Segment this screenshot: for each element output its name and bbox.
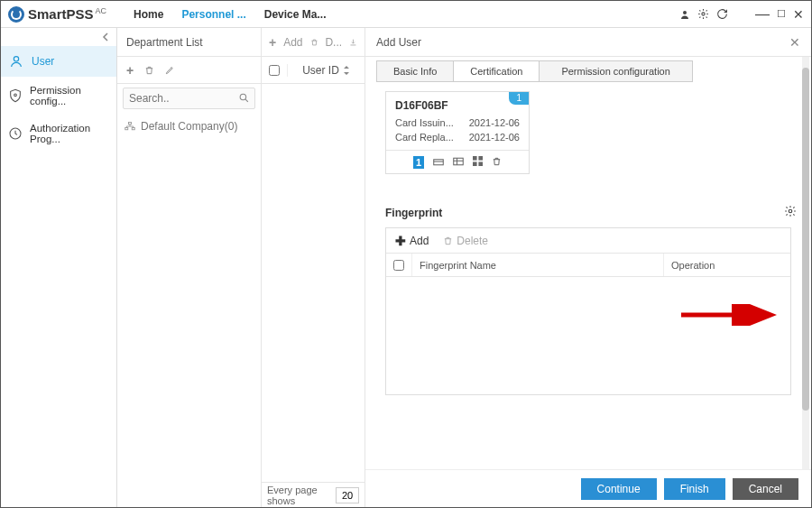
sidebar-item-authorization[interactable]: Authorization Prog...: [1, 115, 116, 152]
user-list-column: + Add D... User ID Every page shows: [262, 28, 365, 507]
dept-tree-root[interactable]: Default Company(0): [125, 120, 254, 133]
svg-point-5: [240, 94, 246, 100]
trash-icon: [443, 236, 453, 246]
title-bar: SmartPSSAC Home Personnel ... Device Ma.…: [1, 1, 811, 28]
user-icon[interactable]: [679, 9, 690, 20]
svg-rect-11: [473, 156, 477, 161]
left-sidebar: User Permission config... Authorization …: [1, 28, 117, 507]
cancel-button[interactable]: Cancel: [733, 478, 798, 500]
tab-basic-info[interactable]: Basic Info: [376, 60, 454, 82]
card-row2-label: Card Repla...: [395, 130, 454, 144]
chevron-left-icon: [102, 32, 109, 42]
card-action-2-icon[interactable]: [433, 157, 444, 168]
dept-tree-root-label: Default Company(0): [141, 120, 237, 133]
fingerprint-delete-button[interactable]: Delete: [443, 235, 488, 247]
search-icon[interactable]: [238, 92, 250, 106]
plus-icon: ✚: [395, 234, 406, 248]
card-badge: 1: [509, 92, 529, 105]
card-row1-label: Card Issuin...: [395, 115, 454, 130]
tab-certification[interactable]: Certification: [454, 60, 540, 82]
card-action-3-icon[interactable]: [453, 157, 464, 168]
user-table-footer: Every page shows: [262, 482, 364, 507]
card-id: D16F06BF: [395, 99, 520, 112]
footer-label: Every page shows: [267, 485, 330, 506]
user-col-userid-label: User ID: [302, 64, 339, 77]
panel-footer: Continue Finish Cancel: [365, 469, 811, 507]
fingerprint-add-button[interactable]: ✚ Add: [395, 234, 429, 248]
edit-dept-icon[interactable]: [165, 65, 175, 75]
delete-dept-icon[interactable]: [144, 65, 154, 76]
panel-content: 1 D16F06BF Card Issuin...2021-12-06 Card…: [365, 86, 811, 469]
finish-button[interactable]: Finish: [664, 478, 725, 500]
card-action-1[interactable]: 1: [413, 156, 424, 169]
add-user-icon[interactable]: +: [269, 35, 276, 50]
nav-personnel[interactable]: Personnel ...: [181, 8, 245, 21]
sync-icon[interactable]: [716, 8, 728, 20]
add-user-label[interactable]: Add: [283, 36, 302, 49]
fp-add-label: Add: [410, 235, 429, 247]
shield-icon: [8, 88, 23, 103]
brand-text: SmartPSS: [28, 6, 94, 22]
user-toolbar: + Add D...: [262, 28, 364, 57]
sidebar-item-user[interactable]: User: [1, 46, 116, 77]
card-item[interactable]: 1 D16F06BF Card Issuin...2021-12-06 Card…: [385, 91, 530, 174]
nav-home[interactable]: Home: [134, 8, 163, 21]
user-table-body: [262, 84, 364, 482]
delete-user-icon[interactable]: [310, 37, 318, 48]
fingerprint-toolbar: ✚ Add Delete: [386, 228, 790, 254]
svg-rect-9: [434, 159, 444, 164]
close-icon[interactable]: ✕: [789, 35, 800, 50]
user-table-head: User ID: [262, 57, 364, 84]
dept-search-input[interactable]: [123, 88, 255, 109]
svg-rect-7: [125, 128, 128, 130]
svg-rect-8: [132, 128, 134, 130]
fingerprint-table-head: Fingerprint Name Operation: [386, 254, 790, 277]
user-col-userid[interactable]: User ID: [287, 64, 364, 77]
add-user-panel: Add User ✕ Basic Info Certification Perm…: [365, 28, 811, 507]
clock-icon: [8, 126, 23, 141]
svg-point-2: [14, 57, 18, 61]
card-row2-val: 2021-12-06: [469, 130, 520, 144]
delete-user-label[interactable]: D...: [325, 36, 342, 49]
sidebar-collapse[interactable]: [1, 28, 116, 46]
continue-button[interactable]: Continue: [581, 478, 657, 500]
scrollbar-thumb[interactable]: [802, 68, 809, 411]
fp-select-all-checkbox[interactable]: [393, 260, 404, 271]
sidebar-item-permission[interactable]: Permission config...: [1, 77, 116, 115]
svg-rect-12: [478, 156, 483, 161]
user-icon: [8, 54, 24, 69]
svg-point-3: [14, 94, 17, 97]
main-layout: User Permission config... Authorization …: [1, 28, 811, 507]
svg-point-15: [789, 209, 792, 213]
svg-point-0: [683, 11, 687, 14]
svg-rect-10: [454, 158, 464, 165]
fp-col-operation: Operation: [664, 254, 790, 276]
brand-sup: AC: [96, 6, 107, 15]
close-window-icon[interactable]: ✕: [793, 7, 804, 22]
gear-icon[interactable]: [697, 8, 709, 20]
fingerprint-section-header: Fingerprint: [385, 205, 791, 220]
svg-rect-13: [473, 162, 477, 166]
tab-permission[interactable]: Permission configuration: [540, 60, 692, 82]
top-nav: Home Personnel ... Device Ma...: [134, 8, 326, 21]
minimize-icon[interactable]: —: [755, 10, 770, 19]
add-dept-icon[interactable]: +: [126, 63, 134, 78]
export-icon[interactable]: [349, 37, 357, 48]
fingerprint-box: ✚ Add Delete Fingerprint Name Operation: [385, 227, 791, 395]
sidebar-item-label: Permission config...: [30, 85, 109, 106]
card-delete-icon[interactable]: [492, 156, 502, 169]
fingerprint-title: Fingerprint: [385, 207, 442, 219]
nav-device[interactable]: Device Ma...: [264, 8, 327, 21]
dept-search-wrap: [117, 84, 261, 113]
page-size-input[interactable]: [336, 487, 359, 503]
dept-tree: Default Company(0): [117, 113, 261, 140]
card-action-4-icon[interactable]: [473, 156, 483, 168]
fingerprint-settings-gear-icon[interactable]: [784, 205, 797, 220]
maximize-icon[interactable]: ☐: [777, 8, 786, 20]
panel-header: Add User ✕: [365, 28, 811, 57]
card-row1-val: 2021-12-06: [469, 115, 520, 130]
user-select-all-checkbox[interactable]: [269, 65, 280, 76]
fingerprint-table-body: [386, 277, 790, 394]
dept-header: Department List: [117, 28, 261, 57]
side-nav: User Permission config... Authorization …: [1, 46, 116, 152]
